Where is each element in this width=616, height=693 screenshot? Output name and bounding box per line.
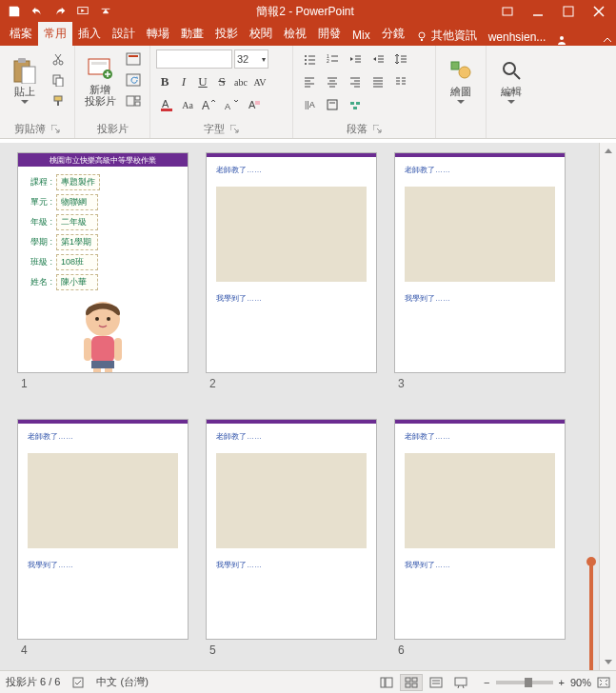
scroll-down-button[interactable] [600, 655, 616, 670]
align-left-button[interactable] [299, 72, 320, 91]
strikethrough-button[interactable]: S [213, 72, 230, 91]
shadow-button[interactable]: abc [232, 72, 249, 91]
tab-developer[interactable]: 開發 [312, 22, 347, 46]
align-right-button[interactable] [345, 72, 366, 91]
slide-thumb-2[interactable]: 老師教了……我學到了…… 2 [206, 152, 377, 390]
align-text-button[interactable] [322, 95, 343, 114]
slide-sorter-view[interactable]: 桃園市立快樂高級中等學校作業 課程 :專題製作 單元 :物聯網 年級 :二年級 … [0, 143, 599, 670]
tab-slideshow[interactable]: 投影 [209, 22, 244, 46]
justify-button[interactable] [368, 72, 388, 91]
zoom-value[interactable]: 90% [570, 677, 591, 688]
ribbon-display-button[interactable] [494, 1, 521, 22]
paste-label: 貼上 [14, 86, 35, 97]
increase-indent-button[interactable] [368, 50, 388, 69]
tab-view[interactable]: 檢視 [278, 22, 312, 46]
slide-thumb-6[interactable]: 老師教了……我學到了…… 6 [394, 419, 566, 657]
tab-transition[interactable]: 轉場 [141, 22, 175, 46]
slide-number: 1 [17, 377, 189, 390]
fit-to-window-button[interactable] [597, 677, 610, 688]
tab-home[interactable]: 常用 [38, 22, 72, 46]
tab-review[interactable]: 校閱 [244, 22, 278, 46]
tab-mix[interactable]: Mix [347, 25, 376, 46]
slide-sorter-button[interactable] [400, 674, 423, 691]
vertical-scrollbar[interactable] [599, 143, 616, 670]
dialog-launcher-icon[interactable] [51, 125, 60, 133]
underline-button[interactable]: U [194, 72, 211, 91]
align-center-button[interactable] [322, 72, 343, 91]
zoom-control: − + 90% [484, 677, 610, 688]
spellcheck-icon[interactable] [71, 676, 85, 689]
font-size-combo[interactable]: 32▾ [234, 50, 268, 69]
change-case-button[interactable]: Aa [179, 95, 196, 114]
qat-customize-button[interactable] [95, 2, 116, 21]
bullets-button[interactable] [299, 50, 320, 69]
editing-button[interactable]: 編輯 [492, 50, 530, 112]
tab-insert[interactable]: 插入 [72, 22, 107, 46]
paste-button[interactable]: 貼上 [6, 50, 44, 112]
image-placeholder [216, 187, 367, 282]
normal-view-button[interactable] [375, 674, 398, 691]
tab-design[interactable]: 設計 [107, 22, 141, 46]
tab-file[interactable]: 檔案 [4, 22, 38, 46]
undo-button[interactable] [27, 2, 48, 21]
layout-button[interactable] [123, 50, 144, 69]
font-family-combo[interactable] [156, 50, 232, 69]
redo-button[interactable] [50, 2, 70, 21]
columns-button[interactable] [390, 72, 411, 91]
maximize-button[interactable] [555, 1, 582, 22]
line-spacing-button[interactable] [390, 50, 411, 69]
save-button[interactable] [4, 2, 25, 21]
minimize-button[interactable] [525, 1, 551, 22]
char-spacing-button[interactable]: AV [251, 72, 268, 91]
cut-icon [51, 52, 65, 66]
account-label[interactable]: wenhsien... [483, 29, 552, 46]
dialog-launcher-icon[interactable] [230, 125, 239, 133]
text-direction-button[interactable]: ||A [299, 95, 320, 114]
cut-button[interactable] [48, 50, 69, 69]
field-course-label: 課程 : [28, 176, 52, 188]
font-color-button[interactable]: A [156, 95, 177, 114]
image-placeholder [216, 453, 367, 548]
collapse-ribbon-button[interactable] [599, 34, 616, 46]
grow-font-button[interactable]: A [198, 95, 219, 114]
shrink-font-button[interactable]: A [221, 95, 242, 114]
reset-button[interactable] [123, 70, 144, 89]
slide-thumb-4[interactable]: 老師教了……我學到了…… 4 [17, 419, 189, 657]
drawing-button[interactable]: 繪圖 [442, 50, 480, 112]
editing-label: 編輯 [501, 86, 522, 97]
language-label[interactable]: 中文 (台灣) [96, 675, 148, 689]
zoom-slider[interactable] [496, 681, 553, 684]
zoom-in-button[interactable]: + [559, 677, 565, 688]
tab-animation[interactable]: 動畫 [175, 22, 209, 46]
zoom-out-button[interactable]: − [484, 677, 489, 688]
decrease-indent-button[interactable] [345, 50, 366, 69]
section-range-marker[interactable] [589, 562, 593, 670]
close-button[interactable] [586, 1, 612, 22]
tab-addin[interactable]: 分鏡 [376, 22, 410, 46]
scroll-up-button[interactable] [600, 143, 616, 158]
italic-button[interactable]: I [175, 72, 192, 91]
section-button[interactable] [123, 91, 144, 110]
svg-rect-3 [564, 7, 573, 16]
slide-thumb-3[interactable]: 老師教了……我學到了…… 3 [394, 152, 566, 390]
copy-button[interactable] [48, 70, 69, 89]
dialog-launcher-icon[interactable] [373, 125, 382, 133]
format-painter-button[interactable] [48, 91, 69, 110]
numbering-button[interactable]: 12 [322, 50, 343, 69]
outdent-icon [348, 52, 362, 66]
clear-format-button[interactable]: A [244, 95, 265, 114]
slide-thumb-5[interactable]: 老師教了……我學到了…… 5 [206, 419, 377, 657]
slideshow-view-button[interactable] [449, 674, 472, 691]
slide-count[interactable]: 投影片 6 / 6 [6, 675, 60, 689]
smartart-button[interactable] [345, 95, 366, 114]
bold-button[interactable]: B [156, 72, 173, 91]
slideshow-from-start-button[interactable] [72, 2, 93, 21]
image-placeholder [405, 187, 555, 282]
scroll-track[interactable] [600, 158, 616, 655]
chevron-down-icon: ▾ [262, 55, 266, 64]
tell-me[interactable]: 其他資訊 [410, 26, 483, 46]
slide-thumb-1[interactable]: 桃園市立快樂高級中等學校作業 課程 :專題製作 單元 :物聯網 年級 :二年級 … [17, 152, 189, 390]
share-button[interactable] [551, 34, 572, 46]
new-slide-button[interactable]: 新增 投影片 [81, 50, 119, 112]
reading-view-button[interactable] [425, 674, 447, 691]
